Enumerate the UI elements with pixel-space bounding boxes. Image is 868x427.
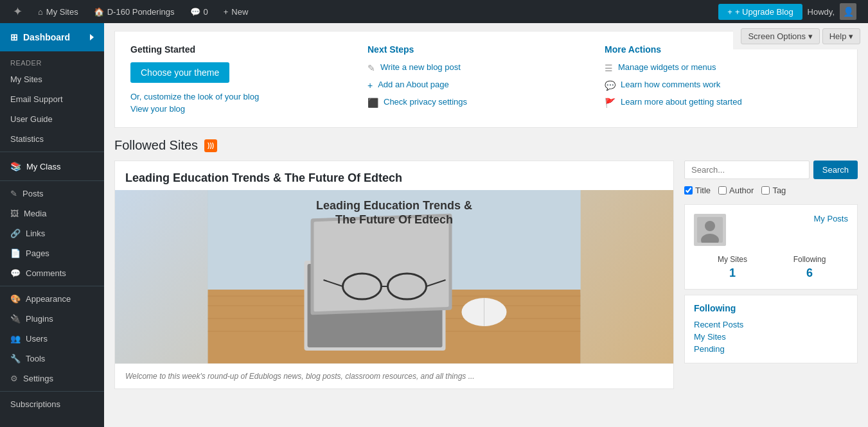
plugins-label: Plugins [26,314,53,324]
profile-stats: My Sites 1 Following 6 [694,255,848,280]
sidebar-item-media[interactable]: 🖼 Media [0,204,104,223]
profile-avatar [694,214,726,246]
users-label: Users [26,334,48,344]
sidebar-divider-3 [0,286,104,286]
comments-icon: 💬 [190,7,200,17]
sidebar-divider-1 [0,152,104,152]
sidebar-item-comments[interactable]: 💬 Comments [0,263,104,283]
site-home-icon: 🏠 [94,7,104,17]
getting-started-icon: 🚩 [605,98,616,108]
manage-widgets-link[interactable]: Manage widgets or menus [618,62,716,72]
email-support-label: Email Support [10,94,63,104]
following-title: Following [694,303,848,313]
sidebar-item-settings[interactable]: ⚙ Settings [0,369,104,388]
write-icon: ✎ [368,63,375,73]
gs-more-actions: More Actions ☰ Manage widgets or menus 💬… [605,44,842,114]
my-posts-link[interactable]: My Posts [814,214,848,223]
rss-icon[interactable]: ))) [204,139,217,152]
gs-getting-started: Getting Started Choose your theme Or, cu… [130,44,368,114]
privacy-link[interactable]: Check privacy settings [384,97,467,107]
view-blog-link[interactable]: View your blog [130,104,355,114]
learn-comments-icon: 💬 [605,80,616,91]
next-step-write: ✎ Write a new blog post [368,62,592,73]
sidebar-item-pages[interactable]: 📄 Pages [0,243,104,263]
my-sites-icon: ⌂ [38,7,43,17]
howdy-label: Howdy, [808,7,835,17]
followed-sites-title: Followed Sites [114,138,198,153]
learn-more-link[interactable]: Learn more about getting started [621,97,742,107]
dashboard-label: Dashboard [23,32,70,42]
admin-bar: ✦ ⌂ My Sites 🏠 D-160 Ponderings 💬 0 + Ne… [0,0,868,23]
screen-options-button[interactable]: Screen Options ▾ [741,28,819,44]
upgrade-blog-button[interactable]: + + Upgrade Blog [718,4,802,20]
following-pending[interactable]: Pending [694,343,848,355]
sidebar-item-appearance[interactable]: 🎨 Appearance [0,289,104,309]
settings-label: Settings [23,374,53,383]
posts-icon: ✎ [10,189,17,198]
filter-tag-checkbox[interactable] [761,186,770,195]
new-label: New [231,7,248,17]
sidebar-item-statistics[interactable]: Statistics [0,129,104,149]
gs-title: Getting Started [130,44,355,55]
pages-icon: 📄 [10,248,21,258]
filter-author-label[interactable]: Author [718,186,754,195]
my-sites-label: My Sites [46,7,78,17]
profile-box: My Posts My Sites 1 Following 6 [684,204,858,290]
following-recent-posts[interactable]: Recent Posts [694,318,848,331]
adminbar-my-sites[interactable]: ⌂ My Sites [31,0,85,23]
sidebar-item-subscriptions[interactable]: Subscriptions [0,394,104,414]
following-stat: Following 6 [771,255,848,280]
layout: ⊞ Dashboard Reader My Sites Email Suppor… [0,23,868,427]
svg-text:The Future Of Edtech: The Future Of Edtech [335,213,453,226]
links-label: Links [26,229,45,238]
sidebar-item-my-sites[interactable]: My Sites [0,69,104,89]
comments-sidebar-icon: 💬 [10,268,21,278]
comments-count: 0 [204,7,208,17]
appearance-icon: 🎨 [10,294,21,304]
sidebar-item-user-guide[interactable]: User Guide [0,109,104,129]
customize-link[interactable]: Or, customize the look of your blog [130,92,355,101]
following-my-sites[interactable]: My Sites [694,331,848,343]
action-widgets: ☰ Manage widgets or menus [605,62,829,73]
next-steps-title: Next Steps [368,44,592,55]
search-button[interactable]: Search [813,161,858,179]
content-area: Leading Education Trends & The Future Of… [114,161,858,389]
sidebar: ⊞ Dashboard Reader My Sites Email Suppor… [0,23,104,427]
user-guide-label: User Guide [10,114,53,124]
action-comments: 💬 Learn how comments work [605,80,829,91]
sidebar-item-my-class[interactable]: 📚 My Class [0,155,104,178]
dashboard-arrow [90,34,94,40]
add-about-link[interactable]: Add an About page [378,80,449,89]
comments-sidebar-label: Comments [26,268,66,278]
subscriptions-label: Subscriptions [10,399,60,409]
adminbar-comments[interactable]: 💬 0 [184,0,215,23]
post-title: Leading Education Trends & The Future Of… [115,161,673,190]
sidebar-item-tools[interactable]: 🔧 Tools [0,349,104,369]
help-button[interactable]: Help ▾ [822,28,860,44]
post-image: Leading Education Trends & The Future Of… [115,190,673,363]
wp-logo-icon: ✦ [13,4,22,19]
write-post-link[interactable]: Write a new blog post [380,62,461,72]
sidebar-item-links[interactable]: 🔗 Links [0,223,104,243]
filter-tag-label[interactable]: Tag [761,186,786,195]
search-input[interactable] [684,161,810,179]
sidebar-item-email-support[interactable]: Email Support [0,89,104,109]
site-name-label: D-160 Ponderings [107,7,175,17]
sidebar-item-users[interactable]: 👥 Users [0,329,104,349]
adminbar-logo[interactable]: ✦ [6,0,29,23]
choose-theme-button[interactable]: Choose your theme [130,62,229,83]
filter-author-checkbox[interactable] [718,186,727,195]
sidebar-item-posts[interactable]: ✎ Posts [0,184,104,204]
statistics-label: Statistics [10,134,44,144]
sidebar-dashboard[interactable]: ⊞ Dashboard [0,23,104,51]
filter-title-label[interactable]: Title [684,186,711,195]
learn-comments-link[interactable]: Learn how comments work [621,80,720,89]
filter-title-checkbox[interactable] [684,186,693,195]
user-avatar[interactable]: 👤 [840,3,856,20]
sidebar-item-plugins[interactable]: 🔌 Plugins [0,309,104,329]
new-icon: + [224,7,229,17]
adminbar-site-name[interactable]: 🏠 D-160 Ponderings [87,0,181,23]
adminbar-new[interactable]: + New [217,0,255,23]
add-page-icon: + [368,80,373,91]
users-icon: 👥 [10,334,21,344]
